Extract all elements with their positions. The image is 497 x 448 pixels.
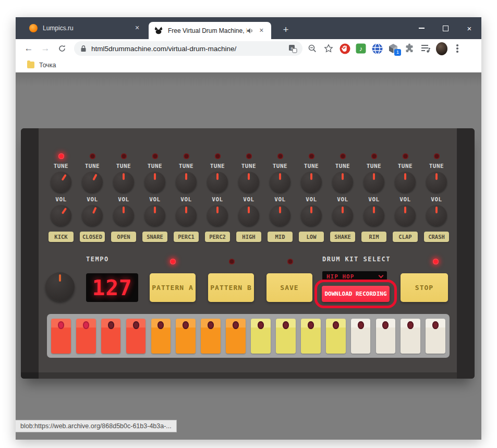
cube-extension-icon[interactable]: 1 bbox=[387, 43, 399, 54]
tune-knob[interactable] bbox=[332, 172, 353, 192]
extensions-puzzle-icon[interactable] bbox=[404, 43, 415, 54]
address-bar[interactable]: html5drummachine.com/virtual-drum-machin… bbox=[74, 41, 302, 56]
tune-knob[interactable] bbox=[270, 172, 290, 192]
url-text[interactable]: html5drummachine.com/virtual-drum-machin… bbox=[91, 45, 288, 53]
vol-knob[interactable] bbox=[395, 205, 416, 226]
step-pad-14[interactable] bbox=[376, 319, 396, 354]
channel-led bbox=[58, 153, 64, 159]
step-pad-1[interactable] bbox=[51, 319, 71, 354]
step-pad-9[interactable] bbox=[251, 319, 271, 354]
drum-key-button[interactable]: SHAKE bbox=[330, 232, 355, 242]
vol-knob[interactable] bbox=[51, 205, 71, 226]
tune-knob[interactable] bbox=[113, 172, 134, 192]
drum-key-button[interactable]: CLOSED bbox=[80, 232, 105, 242]
download-recording-button[interactable]: DOWNLOAD RECORDING bbox=[322, 286, 390, 302]
lock-icon bbox=[80, 45, 87, 52]
drum-key-button[interactable]: KICK bbox=[49, 232, 74, 242]
channel-clap: TUNE VOL CLAP bbox=[390, 153, 421, 242]
tune-knob[interactable] bbox=[207, 172, 228, 192]
vol-knob[interactable] bbox=[270, 205, 290, 226]
vol-knob[interactable] bbox=[207, 205, 228, 226]
tune-knob[interactable] bbox=[395, 172, 416, 192]
drum-key-button[interactable]: RIM bbox=[361, 232, 386, 242]
pattern-b-button[interactable]: PATTERN B bbox=[208, 273, 254, 302]
step-pad-8[interactable] bbox=[226, 319, 246, 354]
chrome-menu-icon[interactable] bbox=[452, 43, 463, 54]
vol-knob[interactable] bbox=[301, 205, 322, 226]
channel-led bbox=[309, 153, 314, 159]
vol-knob[interactable] bbox=[238, 205, 259, 226]
tempo-knob[interactable] bbox=[45, 272, 75, 301]
vpn-globe-extension-icon[interactable] bbox=[371, 43, 383, 54]
zoom-icon[interactable] bbox=[307, 43, 318, 54]
profile-avatar[interactable] bbox=[436, 43, 447, 54]
tab-drum-machine[interactable]: Free Virtual Drum Machine, L × bbox=[149, 22, 271, 39]
vol-knob[interactable] bbox=[363, 205, 384, 226]
step-pad-10[interactable] bbox=[276, 319, 296, 354]
tune-knob[interactable] bbox=[426, 172, 447, 192]
tune-knob[interactable] bbox=[144, 172, 165, 192]
reload-icon[interactable] bbox=[55, 42, 69, 55]
tune-knob[interactable] bbox=[51, 172, 71, 192]
step-pad-7[interactable] bbox=[201, 319, 221, 354]
channel-led bbox=[246, 153, 252, 159]
step-pad-6[interactable] bbox=[176, 319, 196, 354]
save-button[interactable]: SAVE bbox=[266, 273, 312, 302]
tune-knob[interactable] bbox=[238, 172, 259, 192]
drum-key-button[interactable]: MID bbox=[268, 232, 293, 242]
step-pad-4[interactable] bbox=[126, 319, 146, 354]
pattern-a-button[interactable]: PATTERN A bbox=[150, 273, 196, 302]
new-tab-button[interactable]: + bbox=[279, 23, 293, 37]
vol-knob[interactable] bbox=[82, 205, 103, 226]
tune-knob[interactable] bbox=[82, 172, 103, 192]
adblock-extension-icon[interactable] bbox=[339, 43, 350, 54]
tab-close-icon[interactable]: × bbox=[132, 23, 142, 33]
step-pad-15[interactable] bbox=[401, 319, 420, 354]
step-pad-2[interactable] bbox=[76, 319, 96, 354]
tune-knob[interactable] bbox=[363, 172, 384, 192]
step-pad-3[interactable] bbox=[101, 319, 121, 354]
vol-knob[interactable] bbox=[144, 205, 165, 226]
stop-button[interactable]: STOP bbox=[401, 273, 448, 302]
vol-knob[interactable] bbox=[176, 205, 197, 226]
drum-key-button[interactable]: CRASH bbox=[424, 232, 449, 242]
minimize-button[interactable] bbox=[409, 17, 433, 39]
bookmark-folder-icon[interactable] bbox=[27, 62, 34, 68]
maximize-button[interactable] bbox=[433, 17, 457, 39]
drum-key-button[interactable]: PERC1 bbox=[174, 232, 199, 242]
media-playlist-icon[interactable] bbox=[420, 43, 431, 54]
tab-audio-icon[interactable] bbox=[247, 28, 254, 34]
lumpics-favicon-icon bbox=[29, 24, 38, 32]
tune-label: TUNE bbox=[179, 163, 194, 169]
step-pad-13[interactable] bbox=[351, 319, 371, 354]
music-extension-icon[interactable]: ♪ bbox=[355, 43, 367, 54]
step-pad-11[interactable] bbox=[301, 319, 321, 354]
translate-icon[interactable]: a bbox=[288, 44, 297, 53]
tab-lumpics[interactable]: Lumpics.ru × bbox=[22, 17, 147, 39]
vol-knob[interactable] bbox=[426, 205, 447, 226]
drum-key-button[interactable]: LOW bbox=[299, 232, 324, 242]
pad-led bbox=[133, 321, 139, 329]
bookmark-star-icon[interactable] bbox=[323, 43, 334, 54]
tune-knob[interactable] bbox=[301, 172, 322, 192]
tune-knob[interactable] bbox=[176, 172, 197, 192]
vol-knob[interactable] bbox=[113, 205, 134, 226]
step-pad-12[interactable] bbox=[326, 319, 346, 354]
drum-key-button[interactable]: OPEN bbox=[111, 232, 136, 242]
window-close-button[interactable]: × bbox=[457, 17, 481, 39]
forward-icon[interactable]: → bbox=[39, 42, 52, 55]
drum-key-button[interactable]: PERC2 bbox=[205, 232, 230, 242]
back-icon[interactable]: ← bbox=[22, 42, 35, 55]
tab-close-icon[interactable]: × bbox=[257, 26, 266, 35]
vol-knob[interactable] bbox=[332, 205, 353, 226]
step-pad-16[interactable] bbox=[426, 319, 445, 354]
tune-label: TUNE bbox=[116, 163, 131, 169]
drum-key-button[interactable]: SNARE bbox=[142, 232, 167, 242]
drum-kit-select-label: DRUM KIT SELECT bbox=[322, 256, 391, 263]
step-pad-5[interactable] bbox=[151, 319, 171, 354]
bookmark-folder-label[interactable]: Точка bbox=[39, 62, 56, 69]
drum-key-button[interactable]: CLAP bbox=[393, 232, 418, 242]
drum-key-button[interactable]: HIGH bbox=[236, 232, 261, 242]
drum-kit-select[interactable]: HIP HOP bbox=[322, 271, 387, 282]
toolbar-icons: ♪ 1 bbox=[307, 43, 463, 54]
